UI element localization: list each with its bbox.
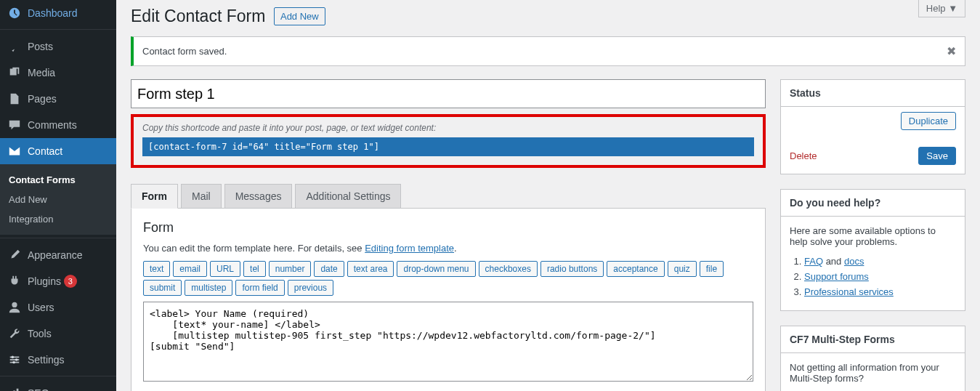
sidebar-item-posts[interactable]: Posts (0, 33, 116, 60)
sidebar-item-seo[interactable]: SEO (0, 380, 116, 391)
sidebar-item-settings[interactable]: Settings (0, 347, 116, 373)
multistep-title: CF7 Multi-Step Forms (781, 326, 965, 353)
add-new-button[interactable]: Add New (274, 7, 325, 25)
tag-button-number[interactable]: number (269, 261, 312, 277)
svg-point-0 (12, 302, 17, 307)
tag-button-file[interactable]: file (700, 261, 724, 277)
tag-button-acceptance[interactable]: acceptance (607, 261, 664, 277)
tag-button-email[interactable]: email (173, 261, 207, 277)
sidebar-sub-contact-forms[interactable]: Contact Forms (0, 170, 116, 190)
tag-button-checkboxes[interactable]: checkboxes (479, 261, 538, 277)
shortcode-input[interactable] (142, 137, 754, 156)
tag-button-form-field[interactable]: form field (235, 280, 284, 296)
sidebar-item-comments[interactable]: Comments (0, 112, 116, 138)
sidebar-label: Plugins (28, 275, 61, 287)
sidebar-sub-add-new[interactable]: Add New (0, 190, 116, 209)
svg-point-6 (12, 361, 15, 364)
user-icon (7, 300, 22, 315)
help-list-item: Support forums (804, 271, 956, 282)
sidebar-label: Pages (28, 93, 57, 105)
sidebar-sub-integration[interactable]: Integration (0, 209, 116, 229)
notice-saved: Contact form saved. ✖ (131, 36, 965, 66)
sidebar-item-media[interactable]: Media (0, 60, 116, 86)
tag-button-text[interactable]: text (143, 261, 170, 277)
tag-button-submit[interactable]: submit (143, 280, 182, 296)
tag-button-text-area[interactable]: text area (347, 261, 394, 277)
media-icon (7, 65, 22, 80)
help-intro: Here are some available options to help … (790, 225, 956, 247)
form-title-input[interactable] (131, 79, 766, 108)
docs-link[interactable]: docs (844, 256, 864, 267)
tab-mail[interactable]: Mail (181, 184, 222, 208)
tag-button-URL[interactable]: URL (210, 261, 240, 277)
mail-icon (7, 144, 22, 158)
help-postbox: Do you need help? Here are some availabl… (780, 189, 965, 311)
delete-link[interactable]: Delete (790, 150, 817, 161)
help-title: Do you need help? (781, 190, 965, 217)
page-icon (7, 92, 22, 106)
sidebar-submenu-contact: Contact Forms Add New Integration (0, 164, 116, 235)
help-list-item: Professional services (804, 286, 956, 297)
tab-additional-settings[interactable]: Additional Settings (295, 184, 401, 208)
pin-icon (7, 39, 22, 54)
wrench-icon (7, 326, 22, 341)
tab-messages[interactable]: Messages (224, 184, 293, 208)
comment-icon (7, 118, 22, 132)
tag-button-radio-buttons[interactable]: radio buttons (540, 261, 604, 277)
tag-button-quiz[interactable]: quiz (668, 261, 697, 277)
sidebar-item-tools[interactable]: Tools (0, 321, 116, 347)
sidebar-item-users[interactable]: Users (0, 294, 116, 321)
help-tab[interactable]: Help ▼ (918, 0, 965, 17)
chart-icon (7, 386, 22, 391)
form-panel: Form You can edit the form template here… (131, 209, 766, 391)
svg-point-5 (15, 358, 18, 361)
notice-text: Contact form saved. (142, 46, 227, 57)
svg-point-4 (12, 356, 15, 359)
professional-services-link[interactable]: Professional services (804, 286, 894, 297)
form-panel-heading: Form (143, 220, 753, 235)
admin-sidebar: Dashboard Posts Media Pages Comments Con… (0, 0, 116, 391)
sidebar-label: Settings (28, 354, 65, 366)
plugins-update-badge: 3 (64, 275, 77, 288)
multistep-text: Not getting all information from your Mu… (790, 362, 956, 384)
dismiss-notice-icon[interactable]: ✖ (947, 44, 956, 58)
tag-button-tel[interactable]: tel (243, 261, 266, 277)
form-panel-intro: You can edit the form template here. For… (143, 243, 753, 254)
page-title: Edit Contact Form (131, 0, 265, 29)
faq-link[interactable]: FAQ (804, 256, 823, 267)
sidebar-item-plugins[interactable]: Plugins3 (0, 268, 116, 294)
tag-button-date[interactable]: date (314, 261, 344, 277)
duplicate-button[interactable]: Duplicate (901, 112, 956, 130)
shortcode-box: Copy this shortcode and paste it into yo… (131, 117, 766, 168)
sidebar-item-contact[interactable]: Contact (0, 138, 116, 164)
sidebar-item-pages[interactable]: Pages (0, 86, 116, 112)
sidebar-label: SEO (28, 387, 49, 391)
sidebar-label: Users (28, 302, 54, 313)
status-title: Status (781, 80, 965, 107)
form-template-textarea[interactable] (143, 302, 753, 382)
tag-button-previous[interactable]: previous (288, 280, 333, 296)
tag-button-multistep[interactable]: multistep (185, 280, 232, 296)
form-tabs: Form Mail Messages Additional Settings (131, 184, 766, 209)
multistep-postbox: CF7 Multi-Step Forms Not getting all inf… (780, 326, 965, 391)
dashboard-icon (7, 6, 22, 20)
sidebar-label: Contact (28, 145, 62, 157)
save-button[interactable]: Save (918, 147, 956, 165)
plug-icon (7, 274, 22, 289)
shortcode-copy-label: Copy this shortcode and paste it into yo… (142, 123, 754, 133)
sidebar-label: Appearance (28, 249, 83, 261)
tag-button-drop-down-menu[interactable]: drop-down menu (397, 261, 475, 277)
sidebar-label: Media (28, 67, 55, 78)
settings-icon (7, 352, 22, 367)
sidebar-label: Posts (28, 41, 53, 52)
sidebar-label: Comments (28, 119, 77, 131)
help-list-item: FAQ and docs (804, 256, 956, 267)
editing-form-template-link[interactable]: Editing form template (365, 243, 454, 254)
tab-form[interactable]: Form (131, 184, 178, 209)
support-forums-link[interactable]: Support forums (804, 271, 869, 282)
sidebar-item-appearance[interactable]: Appearance (0, 242, 116, 268)
tag-generator-row: textemailURLtelnumberdatetext areadrop-d… (143, 261, 753, 296)
sidebar-item-dashboard[interactable]: Dashboard (0, 0, 116, 26)
sidebar-label: Tools (28, 328, 52, 339)
sidebar-label: Dashboard (28, 7, 78, 19)
